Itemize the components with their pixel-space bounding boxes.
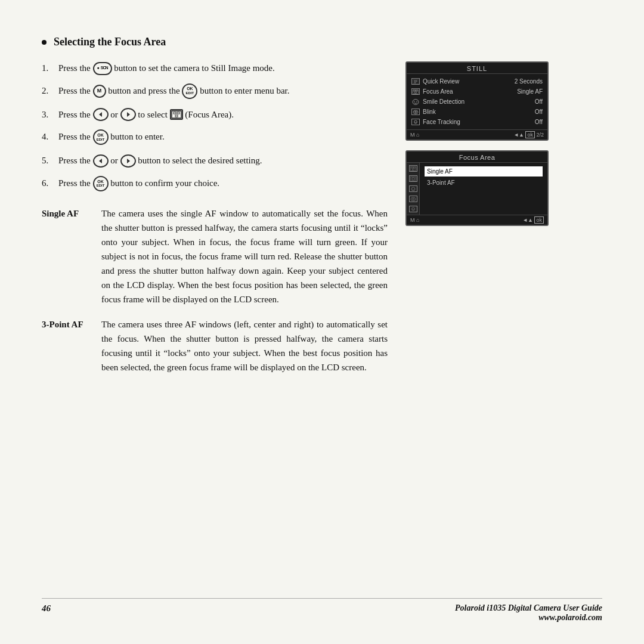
svg-rect-6 (177, 112, 179, 114)
svg-rect-33 (412, 169, 414, 170)
svg-point-22 (416, 101, 417, 101)
left-instructions: 1. Press the ●SCN button to set the came… (42, 61, 388, 385)
lcd-smile-label: Smile Detection (423, 98, 465, 105)
section-title-text: Selecting the Focus Area (54, 36, 166, 48)
ok-edit-button-icon: OK EDIT (182, 83, 197, 99)
nav-right-icon-2 (120, 154, 136, 168)
svg-rect-34 (410, 177, 416, 181)
desc-def-single-af: The camera uses the single AF window to … (101, 206, 388, 306)
lcd-quick-review-value: 2 Seconds (515, 78, 543, 85)
lcd-smile-value: Off (535, 98, 543, 105)
face-tracking-lcd-icon (411, 119, 420, 125)
step-3-num: 3. (42, 108, 54, 122)
step-4: 4. Press the OK EDIT button to enter. (42, 130, 388, 145)
lcd-focus-option-single-af: Single AF (425, 166, 543, 177)
footer-right: Polaroid i1035 Digital Camera User Guide… (455, 603, 602, 623)
lcd2-icon-focus (409, 175, 417, 182)
step-4-text: Press the OK EDIT button to enter. (58, 130, 165, 145)
svg-rect-17 (414, 90, 416, 91)
svg-point-20 (413, 99, 419, 104)
step-1: 1. Press the ●SCN button to set the came… (42, 61, 388, 76)
svg-point-43 (413, 208, 414, 209)
lcd-row-blink: Blink Off (410, 107, 544, 117)
svg-marker-11 (127, 159, 130, 163)
step-2-text: Press the M button and press the OK EDIT… (58, 84, 290, 100)
lcd-row-focus-area: Focus Area Single AF (410, 86, 544, 97)
svg-point-28 (414, 121, 415, 122)
desc-3point-af: 3-Point AF The camera uses three AF wind… (42, 317, 388, 374)
nav-right-icon (120, 108, 136, 121)
bullet-icon (42, 40, 47, 45)
lcd-still-footer: M ⌂ ◄▲ ok 2/2 (407, 129, 547, 140)
svg-marker-9 (99, 159, 102, 163)
svg-rect-18 (416, 90, 418, 91)
lcd-focus-body: Single AF 3-Point AF (407, 163, 547, 215)
quick-review-icon (411, 78, 420, 85)
lcd-quick-review-label: Quick Review (423, 78, 459, 85)
lcd-focus-options: Single AF 3-Point AF (420, 163, 547, 215)
m-button-icon: M (93, 85, 106, 98)
desc-section: Single AF The camera uses the single AF … (42, 206, 388, 374)
lcd-blink-label: Blink (423, 109, 436, 115)
svg-rect-7 (175, 115, 178, 117)
svg-point-36 (411, 187, 415, 191)
footer-url: www.polaroid.com (455, 613, 602, 623)
step-3-text: Press the or (58, 108, 234, 122)
lcd-focus-footer-left: M ⌂ (410, 217, 419, 223)
desc-term-single-af: Single AF (42, 206, 89, 306)
lcd-row-smile: Smile Detection Off (410, 97, 544, 107)
step-4-num: 4. (42, 130, 54, 145)
lcd2-icon-smile (409, 185, 417, 192)
focus-area-lcd-icon (411, 88, 420, 95)
step-6: 6. Press the OK EDIT button to confirm y… (42, 177, 388, 192)
nav-left-icon-2 (93, 154, 109, 168)
lcd-still-body: Quick Review 2 Seconds (407, 74, 547, 129)
page: Selecting the Focus Area 1. Press the ●S… (0, 0, 644, 644)
lcd-focus-footer: M ⌂ ◄▲ ok (407, 215, 547, 225)
step-6-num: 6. (42, 177, 54, 192)
lcd-face-tracking-value: Off (535, 119, 543, 125)
section-title: Selecting the Focus Area (42, 36, 602, 48)
smile-lcd-icon (411, 98, 420, 105)
svg-point-21 (414, 101, 414, 101)
svg-marker-1 (99, 112, 102, 117)
footer-title: Polaroid i1035 Digital Camera User Guide (455, 603, 602, 613)
content-area: 1. Press the ●SCN button to set the came… (42, 61, 602, 385)
lcd2-icon-grid (409, 165, 417, 172)
nav-left-icon (93, 108, 109, 121)
svg-point-37 (412, 188, 413, 188)
lcd-row-face-tracking: Face Tracking Off (410, 117, 544, 127)
step-6-text: Press the OK EDIT button to confirm your… (58, 177, 219, 192)
step-1-num: 1. (42, 61, 54, 76)
step-1-text: Press the ●SCN button to set the camera … (58, 61, 275, 76)
lcd-still-header: STILL (407, 63, 547, 74)
lcd-still-panel: STILL Quick (405, 61, 549, 141)
svg-point-40 (412, 198, 414, 200)
lcd-blink-value: Off (535, 109, 543, 115)
svg-point-42 (412, 208, 413, 209)
lcd-focus-area-label: Focus Area (423, 88, 453, 95)
desc-term-3point: 3-Point AF (42, 317, 89, 374)
lcd-face-tracking-label: Face Tracking (423, 119, 460, 125)
lcd-focus-header: Focus Area (407, 151, 547, 163)
right-panels: STILL Quick (405, 61, 549, 385)
svg-rect-31 (411, 167, 413, 168)
ok-edit-button-icon-3: OK EDIT (93, 176, 109, 191)
lcd-still-footer-left: M ⌂ (410, 132, 419, 138)
lcd-focus-left-icons (407, 163, 420, 215)
step-list: 1. Press the ●SCN button to set the came… (42, 61, 388, 192)
blink-lcd-icon (411, 109, 420, 115)
svg-point-25 (416, 112, 416, 112)
svg-rect-32 (413, 167, 415, 168)
svg-rect-5 (174, 112, 176, 114)
footer-page-number: 46 (42, 603, 51, 614)
lcd2-icon-face (409, 206, 417, 212)
lcd-focus-option-3point-af: 3-Point AF (425, 178, 543, 188)
focus-area-select-icon (170, 109, 183, 120)
lcd-focus-area-value: Single AF (517, 88, 543, 95)
desc-def-3point: The camera uses three AF windows (left, … (101, 317, 388, 374)
svg-rect-35 (412, 178, 414, 180)
svg-point-39 (411, 197, 416, 201)
step-2: 2. Press the M button and press the OK E… (42, 84, 388, 100)
desc-single-af: Single AF The camera uses the single AF … (42, 206, 388, 306)
